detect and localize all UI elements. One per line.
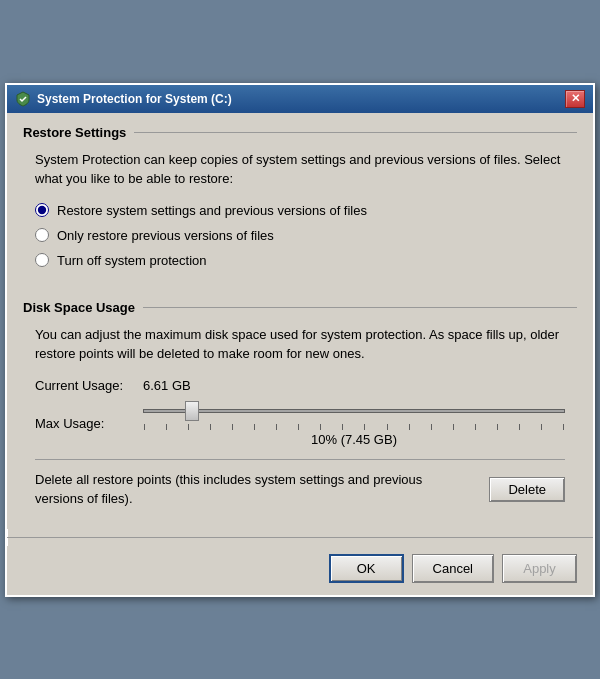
tick: [431, 424, 432, 430]
restore-option-3-label: Turn off system protection: [57, 253, 207, 268]
restore-settings-line: [134, 132, 577, 133]
delete-button[interactable]: Delete: [489, 477, 565, 502]
tick: [210, 424, 211, 430]
tick: [563, 424, 564, 430]
disk-usage-title: Disk Space Usage: [23, 300, 143, 315]
button-row: OK Cancel Apply: [7, 546, 593, 595]
tick: [387, 424, 388, 430]
dialog-body: Restore Settings System Protection can k…: [7, 113, 593, 529]
restore-option-2[interactable]: Only restore previous versions of files: [35, 228, 565, 243]
restore-option-1-label: Restore system settings and previous ver…: [57, 203, 367, 218]
disk-usage-line: [143, 307, 577, 308]
tick: [166, 424, 167, 430]
restore-settings-desc: System Protection can keep copies of sys…: [35, 150, 565, 189]
disk-space-slider[interactable]: [143, 401, 565, 421]
tick: [144, 424, 145, 430]
restore-option-3[interactable]: Turn off system protection: [35, 253, 565, 268]
restore-radio-1[interactable]: [35, 203, 49, 217]
restore-settings-title: Restore Settings: [23, 125, 134, 140]
shield-icon: [15, 91, 31, 107]
restore-settings-header: Restore Settings: [23, 125, 577, 140]
tick: [276, 424, 277, 430]
tick: [497, 424, 498, 430]
tick: [475, 424, 476, 430]
max-usage-label: Max Usage:: [35, 416, 135, 431]
disk-usage-desc: You can adjust the maximum disk space us…: [35, 325, 565, 364]
title-bar-left: System Protection for System (C:): [15, 91, 232, 107]
current-usage-row: Current Usage: 6.61 GB: [35, 378, 565, 393]
delete-section: Delete all restore points (this includes…: [35, 459, 565, 509]
tick: [298, 424, 299, 430]
apply-button[interactable]: Apply: [502, 554, 577, 583]
tick: [188, 424, 189, 430]
current-usage-value: 6.61 GB: [143, 378, 191, 393]
tick: [232, 424, 233, 430]
tick-row: [143, 424, 565, 430]
delete-description: Delete all restore points (this includes…: [35, 470, 473, 509]
disk-usage-header: Disk Space Usage: [23, 300, 577, 315]
tick: [519, 424, 520, 430]
tick: [364, 424, 365, 430]
tick: [254, 424, 255, 430]
current-usage-label: Current Usage:: [35, 378, 135, 393]
restore-radio-3[interactable]: [35, 253, 49, 267]
restore-radio-2[interactable]: [35, 228, 49, 242]
title-bar: System Protection for System (C:) ✕: [7, 85, 593, 113]
restore-option-2-label: Only restore previous versions of files: [57, 228, 274, 243]
tick: [541, 424, 542, 430]
ok-button[interactable]: OK: [329, 554, 404, 583]
restore-options-group: Restore system settings and previous ver…: [35, 203, 565, 268]
tick: [320, 424, 321, 430]
close-button[interactable]: ✕: [565, 90, 585, 108]
tick: [453, 424, 454, 430]
restore-option-1[interactable]: Restore system settings and previous ver…: [35, 203, 565, 218]
button-row-divider: [7, 537, 593, 538]
max-usage-row: Max Usage:: [35, 401, 565, 447]
slider-percent-label: 10% (7.45 GB): [143, 432, 565, 447]
tick: [409, 424, 410, 430]
tick: [342, 424, 343, 430]
cancel-button[interactable]: Cancel: [412, 554, 494, 583]
dialog-window: System Protection for System (C:) ✕ Rest…: [5, 83, 595, 597]
title-bar-text: System Protection for System (C:): [37, 92, 232, 106]
slider-container: 10% (7.45 GB): [143, 401, 565, 447]
